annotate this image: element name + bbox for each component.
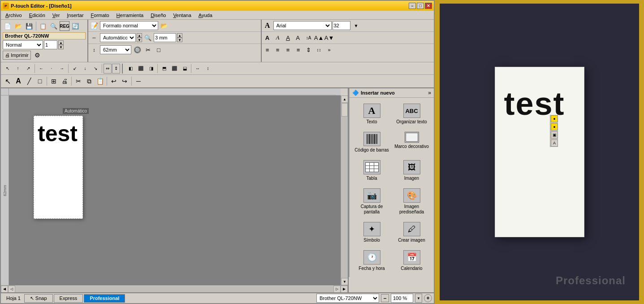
insert-frame-btn[interactable]: Marco decorativo (392, 129, 431, 156)
shape-tool[interactable]: □ (35, 76, 45, 86)
panel-expand-btn[interactable]: » (428, 90, 431, 96)
maximize-button[interactable]: □ (417, 3, 424, 9)
text-underline[interactable]: A (283, 33, 293, 43)
text-up[interactable]: A▲ (314, 33, 324, 43)
open-button[interactable]: 📂 (13, 21, 23, 31)
insert-table-btn[interactable]: Tabla (352, 157, 391, 184)
insert-calendar-btn[interactable]: 📅 Calendario (392, 247, 431, 274)
insert-barcode-btn[interactable]: Código de barras (352, 129, 391, 156)
auto-down[interactable]: ▼ (137, 38, 142, 42)
insert-org-text-btn[interactable]: ABC Organizar texto (392, 100, 431, 128)
spacing-h[interactable]: ↔ (193, 64, 203, 74)
print-icon-button[interactable]: 🖨 Imprimir (3, 51, 31, 60)
obj-left[interactable]: ◧ (125, 64, 135, 74)
menu-ver[interactable]: Ver (49, 12, 64, 19)
pos-tl[interactable]: ↖ (3, 64, 13, 74)
menu-edicion[interactable]: Edición (26, 12, 49, 19)
cut-icon[interactable]: ✂ (143, 45, 153, 55)
align-center[interactable]: ≡ (273, 45, 283, 55)
pos-br[interactable]: ↘ (91, 64, 100, 74)
obj-bottom[interactable]: ⬓ (180, 64, 190, 74)
height-combo[interactable]: 62mm (100, 45, 131, 54)
select-tool[interactable]: ↖ (3, 76, 13, 86)
style-value[interactable] (44, 40, 57, 49)
format-combo[interactable]: Formato normal (100, 21, 158, 30)
text-tool[interactable]: A (13, 76, 23, 86)
style-combo[interactable]: Normal (3, 40, 43, 49)
vertical-scrollbar[interactable]: ▲ ▼ (341, 96, 348, 285)
menu-formato[interactable]: Formato (87, 12, 113, 19)
auto-up[interactable]: ▲ (137, 33, 142, 38)
table-tool[interactable]: ⊞ (49, 76, 59, 86)
frame-icon[interactable]: □ (154, 45, 164, 55)
print-tool[interactable]: 🖨 (60, 76, 69, 86)
insert-datetime-btn[interactable]: 🕐 Fecha y hora (352, 247, 391, 274)
align-left[interactable]: ≡ (263, 45, 272, 55)
zoom-plus-btn[interactable]: + (424, 294, 432, 302)
pos-tc[interactable]: ↑ (13, 64, 23, 74)
more-btn[interactable]: » (324, 45, 334, 55)
pos-bl[interactable]: ↙ (70, 64, 80, 74)
distrib-v[interactable]: ⇕ (112, 64, 120, 74)
minimize-button[interactable]: – (409, 3, 416, 9)
size-up[interactable]: ▲ (177, 33, 182, 38)
text-spacing[interactable]: ↕A (304, 33, 314, 43)
zoom-minus-btn[interactable]: – (381, 294, 389, 302)
horizontal-scrollbar[interactable]: ◀ ◁ ▷ ▶ (1, 285, 348, 292)
scroll-right-btn[interactable]: ▶ (341, 286, 348, 293)
copy-tool[interactable]: ⧉ (84, 76, 94, 86)
size-input[interactable] (154, 33, 176, 42)
scroll-thumb-v[interactable] (341, 103, 348, 117)
style-down[interactable]: ▼ (58, 45, 64, 49)
scroll-down-btn[interactable]: ▼ (341, 278, 348, 285)
scroll-next-page[interactable]: ▷ (333, 286, 341, 293)
zoom-icon[interactable]: 🔍 (143, 33, 153, 43)
menu-ventana[interactable]: Ventana (169, 12, 194, 19)
rotate-left[interactable]: ↔ (89, 33, 99, 43)
pos-cr[interactable]: → (57, 64, 67, 74)
obj-center-h[interactable]: ⬛ (136, 64, 146, 74)
obj-top[interactable]: ⬒ (159, 64, 169, 74)
format-open-button[interactable]: 📂 (159, 21, 169, 30)
tab-express[interactable]: Express (54, 294, 83, 303)
undo-tool[interactable]: ↩ (109, 76, 119, 86)
scroll-up-btn[interactable]: ▲ (341, 96, 348, 103)
align-right[interactable]: ≡ (283, 45, 293, 55)
insert-symbol-btn[interactable]: ✦ Símbolo (352, 219, 391, 246)
pos-bc[interactable]: ↓ (80, 64, 90, 74)
menu-ayuda[interactable]: Ayuda (195, 12, 216, 19)
scroll-left-btn[interactable]: ◀ (1, 286, 8, 293)
style-up[interactable]: ▲ (58, 40, 64, 45)
align-v[interactable]: ⇕ (304, 45, 314, 55)
insert-text-btn[interactable]: A Texto (352, 100, 391, 128)
save-button[interactable]: 💾 (24, 21, 34, 31)
obj-right[interactable]: ◨ (146, 64, 156, 74)
distrib-h[interactable]: ⇔ (104, 64, 112, 74)
insert-image-btn[interactable]: 🖼 Imagen (392, 157, 431, 184)
size-down[interactable]: ▼ (177, 38, 182, 42)
font-combo[interactable]: Arial (273, 21, 332, 30)
menu-diseno[interactable]: Diseño (147, 12, 169, 19)
settings-button[interactable]: ⚙ (33, 50, 43, 60)
pos-cl[interactable]: ← (36, 64, 46, 74)
reg-button[interactable]: REG (60, 21, 69, 31)
text-bold[interactable]: A (263, 33, 272, 43)
tab-professional[interactable]: Professional (84, 294, 125, 303)
pos-tr[interactable]: ↗ (23, 64, 33, 74)
placeholder-tool[interactable]: ─ (134, 76, 143, 86)
canvas-area[interactable]: test Automático (9, 96, 341, 285)
text-down[interactable]: A▼ (324, 33, 334, 43)
pos-cc[interactable]: · (47, 64, 56, 74)
label-paper[interactable]: test (34, 116, 83, 219)
menu-insertar[interactable]: Insertar (63, 12, 87, 19)
menu-herramienta[interactable]: Herramienta (113, 12, 147, 19)
insert-create-image-btn[interactable]: 🖊 Crear imagen (392, 219, 431, 246)
cut-tool[interactable]: ✂ (73, 76, 83, 86)
paste-tool[interactable]: 📋 (95, 76, 105, 86)
spacing-v[interactable]: ↕ (203, 64, 213, 74)
menu-archivo[interactable]: Archivo (2, 12, 26, 19)
align-justify[interactable]: ≡ (294, 45, 303, 55)
zoom-combo-btn[interactable]: ▼ (415, 294, 422, 303)
text-italic[interactable]: A (273, 33, 283, 43)
tape-icon[interactable]: 🔘 (132, 45, 142, 55)
